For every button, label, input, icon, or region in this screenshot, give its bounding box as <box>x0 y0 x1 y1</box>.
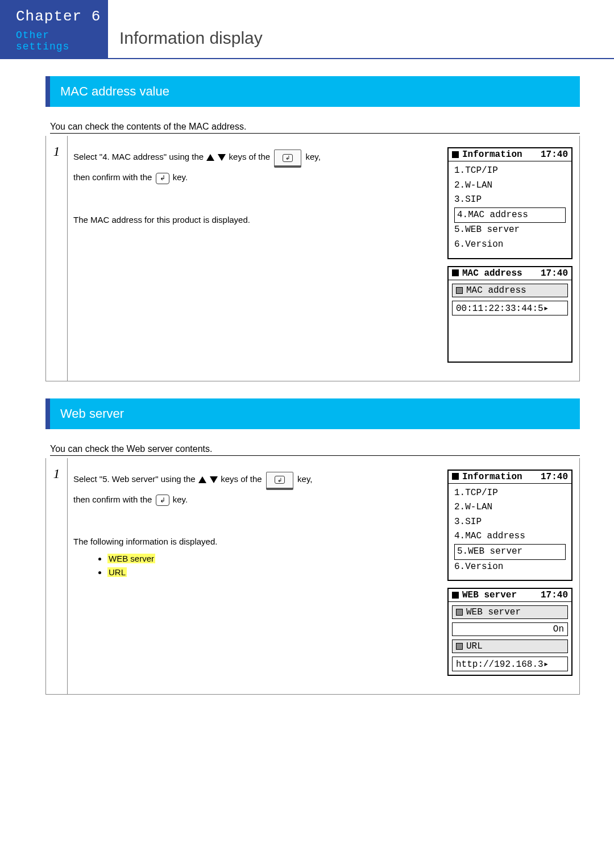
section-header-mac: MAC address value <box>45 76 580 107</box>
step-box-web: 1 Select "5. Web server" using the keys … <box>45 458 580 695</box>
web-bullet-list: WEB serverURL <box>107 552 447 579</box>
mac-text1c: key, <box>306 152 321 161</box>
web-text2b: key. <box>173 495 188 504</box>
bullet-item: WEB server <box>107 552 447 566</box>
lcd-item: 5.WEB server <box>454 544 566 560</box>
mac-text2b: key. <box>173 172 188 182</box>
lcd-time-w2: 17:40 <box>541 590 568 600</box>
title-square-icon <box>452 269 459 276</box>
lcd-sub-w2: URL <box>466 641 483 651</box>
highlighted-text: WEB server <box>107 554 155 563</box>
lcd-item: 3.SIP <box>454 515 566 530</box>
lcd-item: 2.W-LAN <box>454 500 566 515</box>
chapter-title: Chapter 6 <box>16 8 102 25</box>
mac-text1a: Select "4. MAC address" using the <box>73 152 206 161</box>
lcd-time2: 17:40 <box>541 268 568 279</box>
section-intro-mac: You can check the contents of the MAC ad… <box>50 122 580 134</box>
lcd-mac-address: MAC address 17:40 MAC address 00:11:22:3… <box>447 266 572 363</box>
down-arrow-icon <box>218 154 226 161</box>
step-box-mac: 1 Select "4. MAC address" using the keys… <box>45 136 580 381</box>
lcd-info-mac: Information 17:40 1.TCP/IP2.W-LAN3.SIP4.… <box>447 147 572 259</box>
sub-square-icon <box>456 643 463 650</box>
chapter-block: Chapter 6 Other settings <box>0 0 108 58</box>
lcd-item: 1.TCP/IP <box>454 486 566 501</box>
web-text1a: Select "5. Web server" using the <box>73 474 198 484</box>
highlighted-text: URL <box>107 567 127 577</box>
lcd-item: 4.MAC address <box>454 207 566 223</box>
lcd-sub: MAC address <box>466 285 526 296</box>
lcd-item: 1.TCP/IP <box>454 164 566 178</box>
title-square-icon <box>452 473 459 480</box>
step-number-web: 1 <box>46 458 68 695</box>
title-square-icon <box>452 592 459 599</box>
section-header-web: Web server <box>45 398 580 429</box>
lcd-title-w2: WEB server <box>462 590 517 600</box>
lcd-sub-w1: WEB server <box>466 607 521 617</box>
sub-square-icon <box>456 609 463 616</box>
nav-key-graphic: ↲ <box>274 149 301 168</box>
enter-key-icon: ↲ <box>156 173 169 184</box>
web-text2a: then confirm with the <box>73 495 155 504</box>
mac-text2a: then confirm with the <box>73 172 155 182</box>
sub-square-icon <box>456 287 463 294</box>
step-text-mac: Select "4. MAC address" using the keys o… <box>73 147 447 369</box>
section-intro-web: You can check the Web server contents. <box>50 444 580 456</box>
lcd-time: 17:40 <box>541 149 568 160</box>
page-header: Chapter 6 Other settings Information dis… <box>0 0 614 59</box>
chapter-subtitle: Other settings <box>16 30 102 52</box>
step-text-web: Select "5. Web server" using the keys of… <box>73 470 447 683</box>
lcd-item: 2.W-LAN <box>454 178 566 193</box>
lcd-item: 6.Version <box>454 238 566 252</box>
bullet-item: URL <box>107 566 447 579</box>
lcd-title: Information <box>462 149 522 160</box>
lcd-info-web: Information 17:40 1.TCP/IP2.W-LAN3.SIP4.… <box>447 470 572 582</box>
up-arrow-icon <box>206 154 214 161</box>
lcd-url-value: http://192.168.3▸ <box>452 657 568 671</box>
lcd-title-w1: Information <box>462 472 522 482</box>
step-number: 1 <box>46 136 68 381</box>
mac-text3: The MAC address for this product is disp… <box>73 210 447 230</box>
lcd-item: 3.SIP <box>454 193 566 207</box>
mac-text1b: keys of the <box>229 152 273 161</box>
web-text1c: key, <box>297 474 312 484</box>
lcd-web-on: On <box>452 622 568 636</box>
down-arrow-icon <box>210 476 218 483</box>
lcd-item: 5.WEB server <box>454 223 566 238</box>
title-square-icon <box>452 151 459 158</box>
page-title: Information display <box>108 0 263 58</box>
nav-key-graphic: ↲ <box>266 472 293 490</box>
enter-key-icon: ↲ <box>156 495 169 506</box>
up-arrow-icon <box>198 476 206 483</box>
lcd-time-w1: 17:40 <box>541 472 568 482</box>
web-text3: The following information is displayed. <box>73 532 447 552</box>
lcd-web-server: WEB server 17:40 WEB server On URL http:… <box>447 588 572 676</box>
lcd-mac-value: 00:11:22:33:44:5▸ <box>452 301 568 315</box>
web-text1b: keys of the <box>221 474 264 484</box>
lcd-item: 6.Version <box>454 560 566 575</box>
lcd-item: 4.MAC address <box>454 529 566 544</box>
lcd-title2: MAC address <box>462 268 522 279</box>
